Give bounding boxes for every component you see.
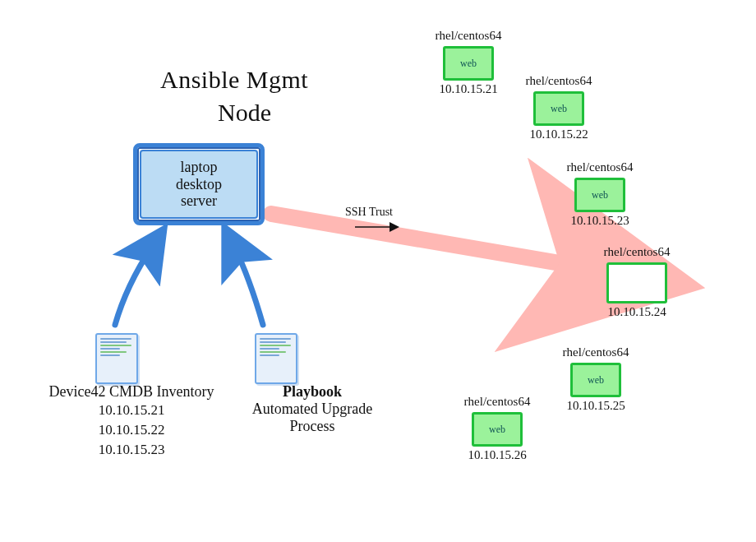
server-node-2: rhel/centos64 web 10.10.15.22 bbox=[509, 74, 608, 141]
mgmt-node-box: laptop desktop server bbox=[133, 143, 265, 225]
server-node-ip: 10.10.15.22 bbox=[509, 127, 608, 141]
inventory-document-icon bbox=[95, 333, 138, 384]
server-box-label: web bbox=[551, 103, 567, 115]
playbook-document-icon bbox=[255, 333, 297, 384]
inventory-ip-3: 10.10.15.23 bbox=[25, 440, 238, 460]
playbook-line2: Process bbox=[230, 418, 394, 435]
ssh-trust-label: SSH Trust bbox=[345, 206, 393, 219]
server-node-os: rhel/centos64 bbox=[419, 29, 518, 43]
server-node-6: rhel/centos64 web 10.10.15.26 bbox=[448, 395, 546, 462]
server-node-os: rhel/centos64 bbox=[509, 74, 608, 88]
playbook-line1: Automated Upgrade bbox=[230, 401, 394, 418]
server-box-label: web bbox=[460, 58, 477, 70]
server-box-icon-blank bbox=[606, 262, 667, 303]
server-box-label: web bbox=[588, 374, 604, 387]
inventory-ip-2: 10.10.15.22 bbox=[25, 420, 238, 440]
diagram-title-line2: Node bbox=[218, 99, 271, 127]
server-node-ip: 10.10.15.26 bbox=[448, 448, 546, 462]
inventory-ip-1: 10.10.15.21 bbox=[25, 401, 238, 420]
server-box-icon: web bbox=[570, 363, 621, 397]
server-node-1: rhel/centos64 web 10.10.15.21 bbox=[419, 29, 518, 96]
diagram-title-line1: Ansible Mgmt bbox=[160, 66, 308, 94]
server-node-os: rhel/centos64 bbox=[551, 160, 649, 174]
server-box-icon: web bbox=[533, 91, 584, 126]
playbook-title: Playbook bbox=[230, 383, 394, 401]
mgmt-box-line3: server bbox=[181, 192, 217, 210]
server-node-ip: 10.10.15.25 bbox=[546, 399, 645, 413]
server-node-5: rhel/centos64 web 10.10.15.25 bbox=[546, 345, 645, 413]
server-node-ip: 10.10.15.24 bbox=[588, 305, 686, 319]
server-node-ip: 10.10.15.23 bbox=[551, 214, 649, 228]
server-box-icon: web bbox=[443, 46, 494, 81]
server-node-os: rhel/centos64 bbox=[588, 245, 686, 259]
inventory-block: Device42 CMDB Inventory 10.10.15.21 10.1… bbox=[25, 383, 238, 459]
server-node-ip: 10.10.15.21 bbox=[419, 82, 518, 96]
server-node-os: rhel/centos64 bbox=[546, 345, 645, 359]
server-box-icon: web bbox=[472, 412, 523, 447]
server-node-4: rhel/centos64 10.10.15.24 bbox=[588, 245, 686, 319]
server-box-label: web bbox=[489, 424, 505, 436]
mgmt-box-line1: laptop bbox=[181, 159, 218, 176]
server-box-icon: web bbox=[574, 178, 625, 212]
server-box-label: web bbox=[592, 189, 608, 202]
mgmt-box-line2: desktop bbox=[176, 176, 222, 193]
server-node-3: rhel/centos64 web 10.10.15.23 bbox=[551, 160, 649, 228]
playbook-block: Playbook Automated Upgrade Process bbox=[230, 383, 394, 435]
inventory-title: Device42 CMDB Inventory bbox=[25, 383, 238, 401]
server-node-os: rhel/centos64 bbox=[448, 395, 546, 409]
